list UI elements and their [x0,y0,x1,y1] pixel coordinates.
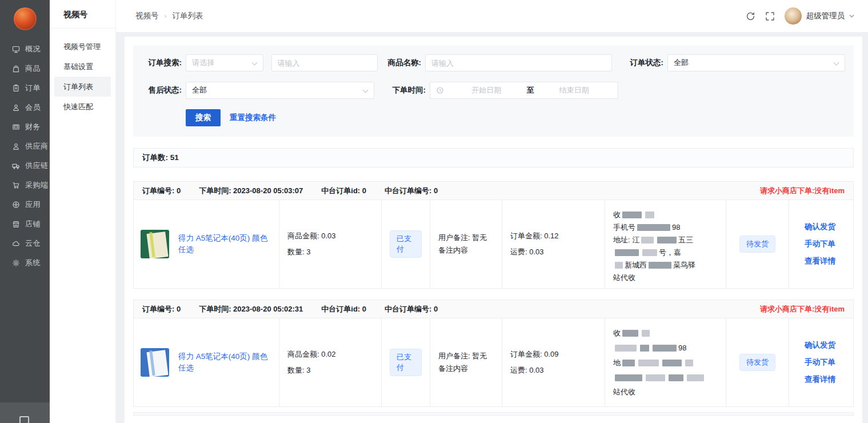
supplier-person-icon [12,142,20,150]
main-content: 订单搜索: 请选择 商品名称: 订单状态: 全部 [116,32,868,423]
pay-status-badge: 已支付 [390,230,422,258]
wheel-icon [12,201,20,209]
sidebar-item-label: 财务 [25,122,41,132]
order-status-select[interactable]: 全部 [667,54,845,71]
order-block: 订单编号: 0 下单时间: 2023-08-20 05:03:07 中台订单id… [133,181,854,289]
sidebar-item-label: 采购端 [25,180,49,190]
total-cell: 订单金额: 0.12 运费: 0.03 [502,200,605,288]
goods-amount: 商品金额: 0.03 [287,231,373,241]
date-end-input[interactable]: 结束日期 [537,85,613,95]
user-avatar [785,7,802,25]
view-detail-link[interactable]: 查看详情 [805,374,835,385]
mid-order-id: 中台订单id: 0 [321,186,366,196]
sidebar-item-label: 供应商 [25,141,49,151]
submenu-item-quick-match[interactable]: 快速匹配 [54,97,111,117]
note-cell: 用户备注: 暂无备注内容 [430,318,502,406]
sidebar-item-label: 商品 [25,63,41,74]
sidebar-item-members[interactable]: 会员 [0,98,50,117]
sidebar-item-apps[interactable]: 应用 [0,195,50,214]
breadcrumb: 视频号 › 订单列表 [135,11,203,21]
mid-order-id: 中台订单id: 0 [321,304,366,314]
sidebar-item-overview[interactable]: 概况 [0,39,50,59]
sidebar-item-supply-chain[interactable]: 供应链 [0,156,50,175]
sidebar-item-goods[interactable]: 商品 [0,59,50,78]
order-number: 订单编号: 0 [142,304,181,314]
collapse-sidebar-icon[interactable] [19,416,29,423]
person-icon [12,103,20,111]
truck-icon [12,162,20,170]
sidebar-footer [0,402,50,423]
address-cell: 收98地站代收 [605,318,726,406]
top-bar: 视频号 › 订单列表 超级管理员 [116,0,868,32]
manual-order-link[interactable]: 手动下单 [805,239,835,249]
date-start-input[interactable]: 开始日期 [449,85,525,95]
manual-order-link[interactable]: 手动下单 [805,357,835,368]
sidebar-item-purchasing[interactable]: 采购端 [0,175,50,195]
sidebar-item-label: 供应链 [25,161,49,171]
aftersale-status-select[interactable]: 全部 [186,82,374,99]
sidebar-item-finance[interactable]: 财务 [0,117,50,137]
product-cell: 得力 A5笔记本(40页) 颜色任选 [134,318,279,406]
app-logo-avatar [14,7,37,30]
user-note: 用户备注: 暂无备注内容 [438,350,494,375]
chevron-down-icon [363,87,369,93]
product-name-input-wrap [425,54,612,71]
primary-sidebar: 概况 商品 订单 会员 财务 供应商 供应链 采购端 应用 店铺 云仓 [0,0,50,423]
chevron-down-icon [834,60,839,66]
user-menu[interactable]: 超级管理员 [785,7,855,25]
submenu-item-channel-management[interactable]: 视频号管理 [54,37,111,57]
submenu-title: 视频号 [50,0,115,29]
date-range-picker[interactable]: 开始日期 至 结束日期 [430,82,618,99]
order-search-input-wrap [271,54,378,71]
order-warning: 请求小商店下单:没有item [760,304,845,314]
date-separator: 至 [525,85,537,95]
ship-status-cell: 待发货 [726,200,789,288]
product-thumbnail [141,348,169,377]
sidebar-item-system[interactable]: 系统 [0,253,50,273]
shipping-fee: 运费: 0.03 [510,247,597,257]
product-name-link[interactable]: 得力 A5笔记本(40页) 颜色任选 [178,233,271,256]
note-cell: 用户备注: 暂无备注内容 [430,200,502,288]
submenu-item-basic-settings[interactable]: 基础设置 [54,57,111,77]
sidebar-item-shops[interactable]: 店铺 [0,214,50,234]
clock-icon [436,86,444,94]
order-amount: 订单金额: 0.09 [510,349,597,360]
breadcrumb-parent[interactable]: 视频号 [135,11,159,21]
money-card-icon [12,123,20,131]
pay-status-cell: 已支付 [382,200,430,288]
amount-cell: 商品金额: 0.03 数量: 3 [279,200,382,288]
goods-amount: 商品金额: 0.02 [287,349,373,360]
actions-cell: 确认发货 手动下单 查看详情 [789,318,851,406]
fullscreen-icon[interactable] [765,11,775,21]
mid-order-number: 中台订单编号: 0 [385,304,438,314]
user-note: 用户备注: 暂无备注内容 [438,232,494,257]
product-cell: 得力 A5笔记本(40页) 颜色任选 [134,200,279,288]
order-header: 订单编号: 0 下单时间: 2023-08-20 05:02:31 中台订单id… [134,300,853,318]
product-name-link[interactable]: 得力 A5笔记本(40页) 颜色任选 [178,351,271,374]
sidebar-item-orders[interactable]: 订单 [0,78,50,98]
product-name-label: 商品名称: [379,58,421,68]
order-time: 下单时间: 2023-08-20 05:02:31 [199,304,303,314]
refresh-icon[interactable] [746,11,755,21]
sidebar-item-suppliers[interactable]: 供应商 [0,137,50,156]
submenu-item-order-list[interactable]: 订单列表 [54,77,111,97]
amount-cell: 商品金额: 0.02 数量: 3 [279,318,382,406]
reset-search-link[interactable]: 重置搜索条件 [230,113,276,123]
confirm-ship-link[interactable]: 确认发货 [805,222,835,232]
order-search-type-select[interactable]: 请选择 [186,54,263,71]
sidebar-item-label: 系统 [25,258,41,268]
order-search-input[interactable] [278,55,371,71]
confirm-ship-link[interactable]: 确认发货 [805,340,835,350]
cart-icon [12,181,20,189]
product-name-input[interactable] [431,55,606,71]
search-button[interactable]: 搜索 [186,109,221,126]
order-count-bar: 订单数: 51 [133,148,854,167]
view-detail-link[interactable]: 查看详情 [805,256,835,266]
ship-status-badge: 待发货 [739,236,775,253]
sidebar-item-label: 店铺 [25,219,41,229]
filter-panel: 订单搜索: 请选择 商品名称: 订单状态: 全部 [133,45,854,137]
breadcrumb-current: 订单列表 [173,11,203,21]
next-order-block-clipped [133,412,854,416]
sidebar-item-label: 应用 [25,199,41,210]
sidebar-item-cloud-warehouse[interactable]: 云仓 [0,234,50,253]
